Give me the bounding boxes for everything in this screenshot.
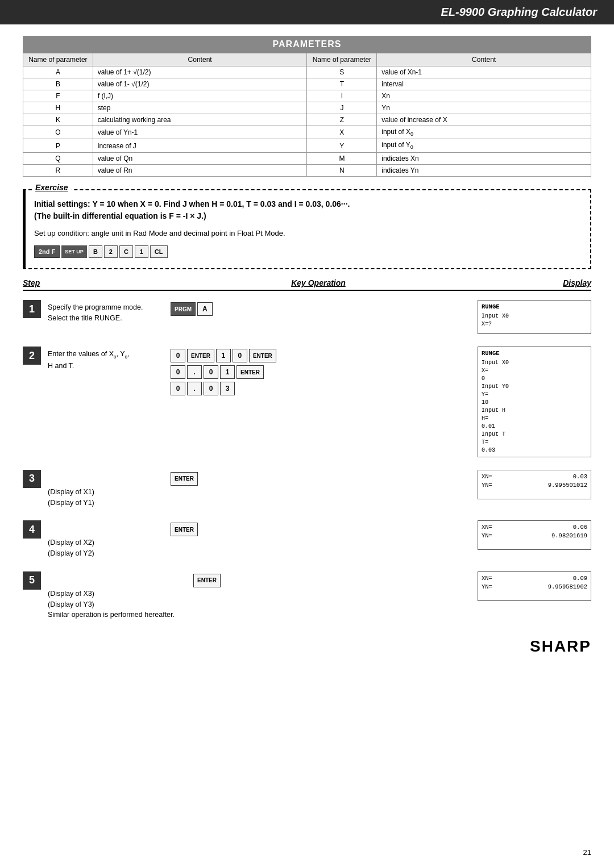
btn-enter-3: ENTER	[237, 365, 264, 379]
step-number-col-5: 5	[23, 571, 45, 590]
table-row: Ovalue of Yn-1Xinput of X0	[23, 126, 591, 139]
steps-header: Step Key Operation Display	[23, 278, 591, 291]
d5-xn-label: XN=	[482, 574, 492, 583]
table-row: Rvalue of RnNindicates Yn	[23, 164, 591, 176]
table-cell: Q	[23, 152, 93, 164]
step-keys-1: PRGM A	[159, 300, 478, 316]
table-row: Qvalue of QnMindicates Xn	[23, 152, 591, 164]
exercise-key-sequence: 2nd F SET UP B 2 C 1 CL	[34, 245, 580, 258]
key-2ndf: 2nd F	[34, 245, 60, 258]
d2-l7: Input H	[482, 407, 587, 415]
d2-l5: Y=	[482, 391, 587, 399]
btn-0c: 0	[171, 365, 185, 379]
table-cell: calculating working area	[93, 114, 307, 126]
step-number-2: 2	[23, 347, 41, 365]
btn-dot2: .	[187, 382, 202, 395]
step-number-col-2: 2	[23, 347, 45, 365]
table-cell: K	[23, 114, 93, 126]
table-cell: N	[307, 164, 377, 176]
page-title: EL-9900 Graphing Calculator	[441, 6, 597, 18]
calc-display-2: RUNGE Input X0 X= 0 Input Y0 Y= 10 Input…	[478, 347, 591, 457]
col-header-content2: Content	[377, 53, 591, 66]
col-header-content1: Content	[93, 53, 307, 66]
d2-l4: Input Y0	[482, 383, 587, 391]
btn-0d: 0	[204, 365, 218, 379]
step-desc-3: (Display of X1)(Display of Y1)	[45, 470, 159, 508]
calc-display-1: RUNGE Input X0 X=?	[478, 300, 591, 334]
table-cell: value of 1+ √(1/2)	[93, 66, 307, 78]
d5-yn-label: YN=	[482, 583, 492, 591]
key-cl: CL	[150, 245, 168, 258]
btn-0a: 0	[171, 349, 185, 362]
step-row-5: 5 (Display of X3)(Display of Y3)Similar …	[23, 571, 591, 620]
table-cell: B	[23, 78, 93, 90]
step-display-1: RUNGE Input X0 X=?	[478, 300, 591, 334]
step-number-col-3: 3	[23, 470, 45, 488]
table-cell: Yn	[377, 102, 591, 114]
d4-xn-value: 0.06	[573, 523, 587, 532]
exercise-bold-text1: Initial settings: Y = 10 when X = 0. Fin…	[34, 199, 350, 208]
table-cell: A	[23, 66, 93, 78]
table-row: Pincrease of JYinput of Y0	[23, 139, 591, 152]
table-cell: T	[307, 78, 377, 90]
keys-row-2-1: 0 ENTER 1 0 ENTER	[171, 349, 276, 362]
step-number-col-1: 1	[23, 300, 45, 318]
d4-xn-label: XN=	[482, 523, 492, 532]
table-row: Kcalculating working areaZvalue of incre…	[23, 114, 591, 126]
table-cell: value of 1- √(1/2)	[93, 78, 307, 90]
display-line-2: X=?	[482, 320, 587, 328]
step-display-5: XN= 0.09 YN= 9.959581902	[478, 571, 591, 601]
exercise-normal-text: Set up condition: angle unit in Rad Mode…	[34, 228, 580, 239]
d5-yn-value: 9.959581902	[548, 583, 587, 591]
d2-l6: 10	[482, 399, 587, 407]
page-number: 21	[583, 848, 591, 857]
d2-l8: H=	[482, 415, 587, 423]
table-cell: R	[23, 164, 93, 176]
btn-enter-4: ENTER	[171, 472, 198, 486]
btn-prgm: PRGM	[171, 302, 196, 316]
d2-l1: Input X0	[482, 359, 587, 367]
display-title-1: RUNGE	[482, 303, 587, 311]
table-cell: Y	[307, 139, 377, 152]
sharp-logo: SHARP	[530, 637, 591, 656]
page-header: EL-9900 Graphing Calculator	[0, 0, 614, 24]
key-c: C	[119, 245, 133, 258]
btn-enter-6: ENTER	[193, 574, 221, 587]
btn-dot1: .	[187, 365, 202, 379]
d3-yn-value: 9.995501012	[548, 481, 587, 490]
btn-3: 3	[220, 382, 235, 395]
step-number-5: 5	[23, 571, 41, 590]
d2-l2: X=	[482, 367, 587, 375]
d5-yn-row: YN= 9.959581902	[482, 583, 587, 591]
step-display-2: RUNGE Input X0 X= 0 Input Y0 Y= 10 Input…	[478, 347, 591, 457]
table-cell: indicates Yn	[377, 164, 591, 176]
keys-row-4-1: ENTER	[171, 523, 198, 536]
display-title-2: RUNGE	[482, 349, 587, 358]
d3-yn-row: YN= 9.995501012	[482, 481, 587, 490]
steps-header-step: Step	[23, 278, 159, 287]
exercise-bold-text: Initial settings: Y = 10 when X = 0. Fin…	[34, 198, 580, 222]
d5-xn-value: 0.09	[573, 574, 587, 583]
d2-l12: 0.03	[482, 446, 587, 454]
d2-l3: 0	[482, 375, 587, 383]
btn-0f: 0	[204, 382, 218, 395]
table-cell: step	[93, 102, 307, 114]
step-number-3: 3	[23, 470, 41, 488]
d5-xn-row: XN= 0.09	[482, 574, 587, 583]
table-cell: input of X0	[377, 126, 591, 139]
step-number-col-4: 4	[23, 520, 45, 539]
step-keys-5: ENTER	[182, 571, 478, 587]
table-cell: P	[23, 139, 93, 152]
table-cell: f (I,J)	[93, 90, 307, 102]
steps-header-display: Display	[478, 278, 591, 287]
d3-xn-value: 0.03	[573, 473, 587, 481]
btn-0b: 0	[233, 349, 247, 362]
btn-1b: 1	[220, 365, 235, 379]
d2-l9: 0.01	[482, 423, 587, 431]
calc-display-3: XN= 0.03 YN= 9.995501012	[478, 470, 591, 499]
btn-enter-1: ENTER	[187, 349, 214, 362]
table-cell: H	[23, 102, 93, 114]
calc-display-5: XN= 0.09 YN= 9.959581902	[478, 571, 591, 601]
col-header-name1: Name of parameter	[23, 53, 93, 66]
table-row: Ff (I,J)IXn	[23, 90, 591, 102]
